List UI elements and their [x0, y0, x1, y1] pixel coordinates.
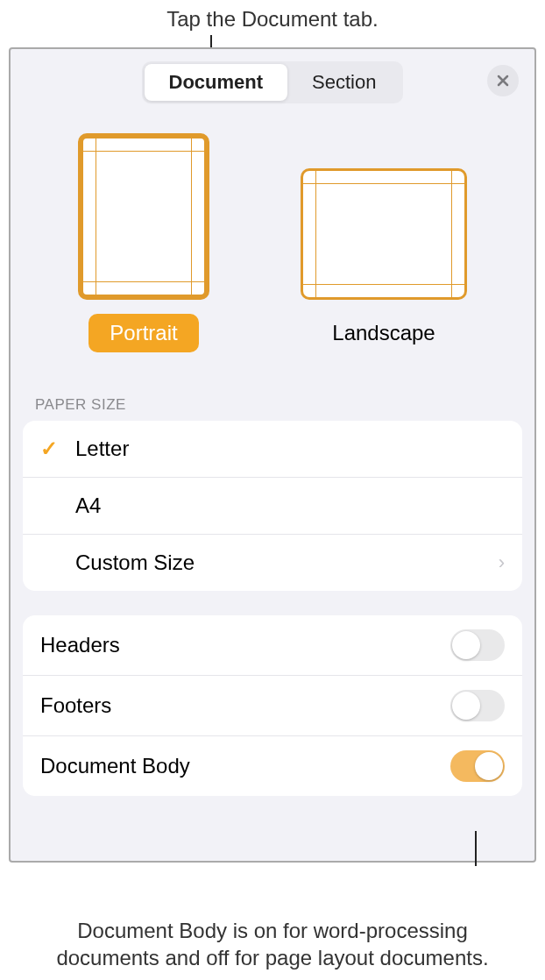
close-icon: [496, 74, 510, 88]
row-label: A4: [75, 494, 505, 518]
chevron-right-icon: ›: [499, 551, 505, 574]
paper-size-letter[interactable]: ✓ Letter: [23, 421, 522, 478]
row-label: Letter: [75, 437, 505, 461]
callout-bottom: Document Body is on for word-processing …: [0, 917, 545, 971]
topbar: Document Section: [11, 49, 534, 116]
row-label: Custom Size: [75, 550, 499, 575]
document-settings-panel: Document Section Portrait: [9, 47, 536, 863]
footers-label: Footers: [40, 693, 111, 718]
landscape-label: Landscape: [311, 314, 456, 352]
headers-row: Headers: [23, 615, 522, 676]
portrait-label: Portrait: [88, 314, 198, 352]
document-body-toggle[interactable]: [450, 750, 505, 782]
segmented-control: Document Section: [142, 61, 404, 103]
footers-toggle[interactable]: [450, 690, 505, 721]
tab-section[interactable]: Section: [287, 64, 400, 101]
callout-line-bottom: [475, 831, 477, 866]
headers-label: Headers: [40, 633, 120, 657]
document-body-row: Document Body: [23, 736, 522, 796]
orientation-landscape[interactable]: Landscape: [301, 168, 467, 352]
headers-toggle[interactable]: [450, 629, 505, 661]
portrait-thumb: [78, 133, 209, 300]
document-toggles: Headers Footers Document Body: [23, 615, 522, 796]
paper-size-header: PAPER SIZE: [11, 361, 534, 421]
close-button[interactable]: [487, 65, 519, 96]
checkmark-icon: ✓: [40, 437, 58, 461]
callout-top: Tap the Document tab.: [0, 7, 545, 32]
paper-size-custom[interactable]: Custom Size ›: [23, 535, 522, 591]
orientation-portrait[interactable]: Portrait: [78, 133, 209, 352]
paper-size-list: ✓ Letter A4 Custom Size ›: [23, 421, 522, 591]
footers-row: Footers: [23, 676, 522, 736]
document-body-label: Document Body: [40, 754, 190, 778]
orientation-picker: Portrait Landscape: [11, 116, 534, 361]
tab-document[interactable]: Document: [145, 64, 288, 101]
paper-size-a4[interactable]: A4: [23, 478, 522, 535]
check-col: ✓: [40, 437, 75, 461]
landscape-thumb: [301, 168, 467, 300]
